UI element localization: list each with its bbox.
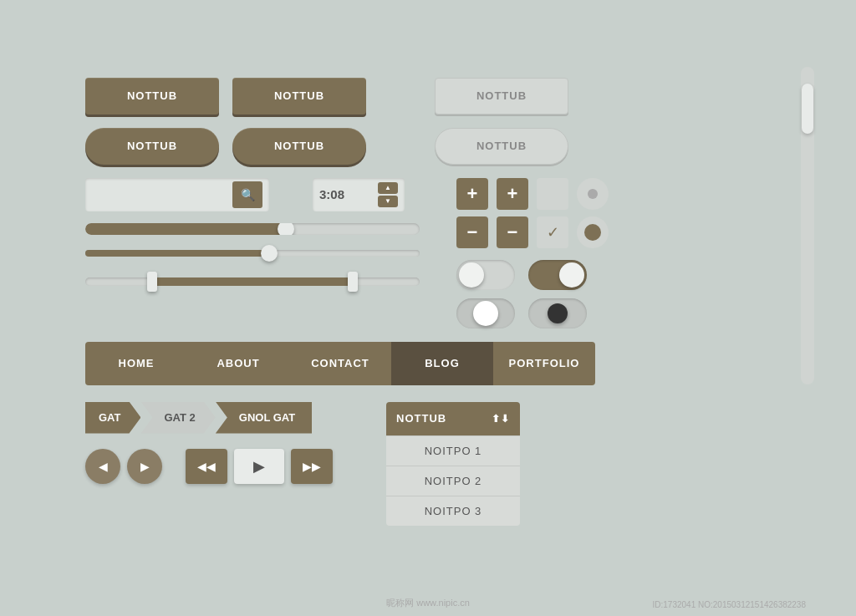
search-sliders-group: 🔍 3:08 ▲ ▼	[85, 178, 420, 302]
button-nottub-gray-1[interactable]: NOTTUB	[435, 78, 568, 115]
slider-1[interactable]	[85, 245, 420, 262]
controls-row: 🔍 3:08 ▲ ▼	[85, 178, 771, 328]
scrollbar[interactable]	[801, 67, 814, 384]
slider-track-1	[85, 250, 420, 257]
media-forward-icon: ▶▶	[303, 460, 321, 473]
controls-toggles-group: + + − − ✓	[456, 178, 609, 328]
media-rewind-icon: ◀◀	[197, 460, 216, 473]
search-icon: 🔍	[241, 188, 255, 201]
toggle-row-1	[456, 260, 609, 290]
button-pill-gray[interactable]: NOTTUB	[435, 128, 568, 165]
time-up-button[interactable]: ▲	[378, 182, 398, 194]
minus-btn-2[interactable]: −	[497, 216, 528, 248]
time-picker[interactable]: 3:08 ▲ ▼	[313, 178, 405, 211]
range-handle-left[interactable]	[147, 272, 157, 292]
search-bar[interactable]: 🔍	[85, 178, 269, 211]
toggle-on-2[interactable]	[528, 298, 587, 328]
range-slider[interactable]	[85, 272, 420, 292]
progress-bar[interactable]	[85, 223, 420, 235]
nav-item-contact[interactable]: CONTACT	[289, 342, 391, 385]
breadcrumb-3[interactable]: GNOL GAT	[216, 402, 312, 434]
media-prev-button[interactable]: ◀	[85, 449, 120, 484]
dropdown-option-2[interactable]: NOITPO 2	[386, 466, 520, 496]
toggle-knob-center	[473, 301, 498, 326]
search-input[interactable]	[92, 188, 232, 201]
breadcrumb-2[interactable]: GAT 2	[140, 402, 215, 434]
time-down-button[interactable]: ▼	[378, 196, 398, 207]
checkbox-checked[interactable]: ✓	[537, 216, 568, 248]
button-row-2: NOTTUB NOTTUB NOTTUB	[85, 128, 771, 165]
dropdown[interactable]: NOTTUB ⬆⬇ NOITPO 1 NOITPO 2 NOITPO 3	[386, 402, 520, 526]
nav-item-about[interactable]: ABOUT	[187, 342, 289, 385]
dropdown-options: NOITPO 1 NOITPO 2 NOITPO 3	[386, 435, 520, 526]
nav-bar-row: HOME ABOUT CONTACT BLOG PORTFOLIO	[85, 342, 771, 385]
dropdown-option-3[interactable]: NOITPO 3	[386, 496, 520, 526]
scrollbar-thumb[interactable]	[802, 84, 813, 134]
button-row-1: NOTTUB NOTTUB NOTTUB	[85, 78, 771, 115]
nav-bar: HOME ABOUT CONTACT BLOG PORTFOLIO	[85, 342, 595, 385]
nav-item-portfolio[interactable]: PORTFOLIO	[493, 342, 595, 385]
minus-btn-1[interactable]: −	[456, 216, 488, 248]
range-track	[85, 277, 420, 286]
dropdown-label: NOTTUB	[396, 412, 446, 425]
id-text: ID:1732041 NO:20150312151426382238	[653, 600, 807, 609]
checkbox-empty-1[interactable]	[537, 178, 568, 210]
progress-handle[interactable]	[278, 223, 294, 235]
search-time-row: 🔍 3:08 ▲ ▼	[85, 178, 420, 211]
toggle-knob-on	[559, 262, 584, 288]
breadcrumb-1[interactable]: GAT	[85, 402, 140, 434]
bottom-row: GAT GAT 2 GNOL GAT ◀ ▶ ◀◀	[85, 402, 771, 526]
button-pill-1[interactable]: NOTTUB	[85, 128, 219, 165]
toggle-row-2	[456, 298, 609, 328]
radio-dot	[584, 224, 601, 241]
dropdown-option-1[interactable]: NOITPO 1	[386, 435, 520, 466]
ui-kit: NOTTUB NOTTUB NOTTUB NOTTUB NOTTUB NOTTU…	[85, 78, 771, 539]
plus-btn-2[interactable]: +	[497, 178, 528, 210]
toggle-off-2[interactable]	[456, 298, 515, 328]
watermark: 昵称网 www.nipic.cn	[386, 597, 470, 609]
nav-item-home[interactable]: HOME	[85, 342, 187, 385]
media-play-button[interactable]: ▶	[234, 449, 284, 484]
nav-item-blog[interactable]: BLOG	[391, 342, 493, 385]
breadcrumbs: GAT GAT 2 GNOL GAT	[85, 402, 333, 434]
toggle-knob-center-2	[548, 303, 568, 323]
media-forward-button[interactable]: ▶▶	[291, 449, 333, 484]
time-arrows: ▲ ▼	[378, 182, 398, 207]
dropdown-arrow-icon: ⬆⬇	[492, 413, 510, 425]
toggle-knob-off	[459, 262, 484, 288]
media-prev-icon: ◀	[99, 460, 108, 473]
radio-selected[interactable]	[577, 216, 609, 248]
media-player: ◀ ▶ ◀◀ ▶ ▶▶	[85, 449, 333, 484]
main-container: NOTTUB NOTTUB NOTTUB NOTTUB NOTTUB NOTTU…	[0, 0, 856, 616]
media-next-button[interactable]: ▶	[127, 449, 162, 484]
button-nottub-2[interactable]: NOTTUB	[232, 78, 366, 115]
progress-fill	[85, 223, 286, 235]
media-rewind-button[interactable]: ◀◀	[186, 449, 227, 484]
radio-empty[interactable]	[577, 178, 609, 210]
dropdown-header[interactable]: NOTTUB ⬆⬇	[386, 402, 520, 435]
search-button[interactable]: 🔍	[232, 181, 262, 208]
time-value: 3:08	[319, 187, 378, 201]
slider-fill-1	[85, 250, 269, 257]
media-play-icon: ▶	[253, 457, 265, 476]
range-fill	[152, 277, 353, 286]
plus-btn-1[interactable]: +	[456, 178, 488, 210]
media-next-icon: ▶	[140, 460, 150, 473]
toggle-on[interactable]	[528, 260, 587, 290]
slider-handle-1[interactable]	[261, 245, 278, 262]
button-nottub-1[interactable]: NOTTUB	[85, 78, 219, 115]
toggle-off[interactable]	[456, 260, 515, 290]
button-pill-2[interactable]: NOTTUB	[232, 128, 366, 165]
range-handle-right[interactable]	[348, 272, 358, 292]
breadcrumbs-media-group: GAT GAT 2 GNOL GAT ◀ ▶ ◀◀	[85, 402, 333, 484]
